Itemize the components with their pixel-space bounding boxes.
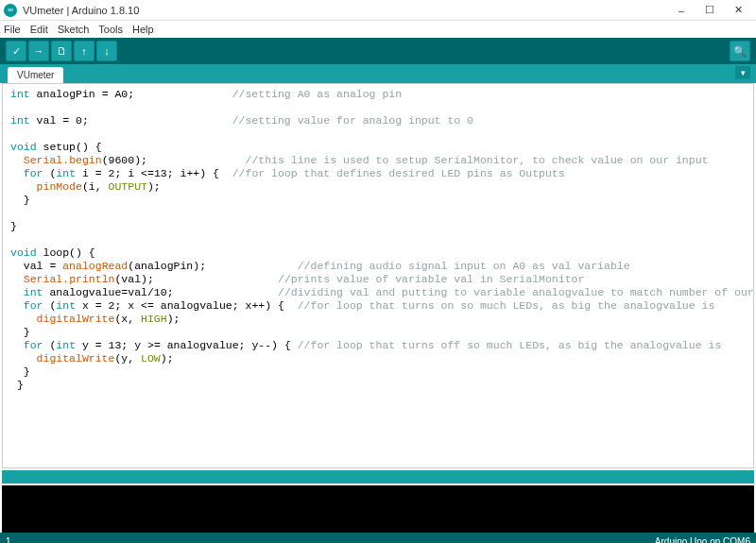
menu-help[interactable]: Help bbox=[132, 24, 154, 35]
menu-tools[interactable]: Tools bbox=[98, 24, 123, 35]
new-button[interactable]: 🗋 bbox=[51, 41, 72, 61]
arduino-logo-icon: ∞ bbox=[4, 4, 17, 17]
code-editor[interactable]: int analogPin = A0; //setting A0 as anal… bbox=[2, 83, 754, 468]
arrow-down-icon: ↓ bbox=[104, 45, 110, 57]
menu-sketch[interactable]: Sketch bbox=[58, 24, 90, 35]
open-button[interactable]: ↑ bbox=[74, 41, 94, 61]
maximize-button[interactable]: ☐ bbox=[696, 1, 724, 20]
menu-file[interactable]: File bbox=[4, 24, 21, 35]
verify-button[interactable]: ✓ bbox=[6, 41, 26, 61]
menu-edit[interactable]: Edit bbox=[30, 24, 48, 35]
close-button[interactable]: ✕ bbox=[724, 1, 752, 20]
tab-menu-button[interactable]: ▾ bbox=[735, 66, 750, 79]
arrow-right-icon: → bbox=[34, 45, 44, 57]
check-icon: ✓ bbox=[12, 45, 21, 58]
file-icon: 🗋 bbox=[57, 45, 67, 57]
title-bar: ∞ VUmeter | Arduino 1.8.10 – ☐ ✕ bbox=[0, 0, 756, 21]
monitor-icon: 🔍 bbox=[733, 45, 747, 58]
save-button[interactable]: ↓ bbox=[96, 41, 117, 61]
status-bar: 1 Arduino Uno on COM6 bbox=[0, 533, 756, 543]
status-line-number: 1 bbox=[6, 536, 11, 544]
console-output bbox=[2, 485, 754, 533]
tab-bar: VUmeter ▾ bbox=[0, 64, 756, 83]
menu-bar: File Edit Sketch Tools Help bbox=[0, 21, 756, 38]
message-bar bbox=[2, 470, 754, 484]
serial-monitor-button[interactable]: 🔍 bbox=[730, 41, 750, 61]
sketch-tab[interactable]: VUmeter bbox=[8, 67, 63, 83]
window-title: VUmeter | Arduino 1.8.10 bbox=[23, 5, 667, 16]
toolbar: ✓ → 🗋 ↑ ↓ 🔍 bbox=[0, 38, 756, 64]
status-board-port: Arduino Uno on COM6 bbox=[655, 536, 750, 544]
upload-button[interactable]: → bbox=[28, 41, 49, 61]
minimize-button[interactable]: – bbox=[667, 1, 696, 20]
arrow-up-icon: ↑ bbox=[81, 45, 87, 57]
